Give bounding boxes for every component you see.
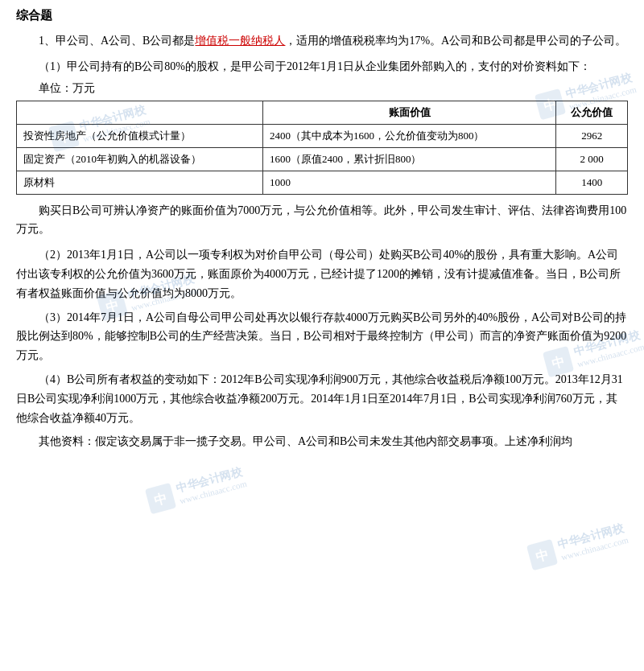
col-header-book: 账面价值 <box>262 101 555 124</box>
table-cell-label: 固定资产（2010年初购入的机器设备） <box>17 147 263 171</box>
table-cell-label: 投资性房地产（公允价值模式计量） <box>17 124 263 147</box>
paragraph-other: 其他资料：假定该交易属于非一揽子交易。甲公司、A公司和B公司未发生其他内部交易事… <box>16 432 628 451</box>
svg-rect-8 <box>145 483 176 514</box>
svg-rect-10 <box>526 539 558 570</box>
table-row: 投资性房地产（公允价值模式计量）2400（其中成本为1600，公允价值变动为80… <box>17 124 628 147</box>
paragraph-p3: （3）2014年7月1日，A公司自母公司甲公司处再次以银行存款4000万元购买B… <box>16 308 628 365</box>
paragraph-table-after: 购买日B公司可辨认净资产的账面价值为7000万元，与公允价值相等。此外，甲公司发… <box>16 201 628 240</box>
table-cell-label: 原材料 <box>17 171 263 194</box>
data-table: 账面价值 公允价值 投资性房地产（公允价值模式计量）2400（其中成本为1600… <box>16 101 628 195</box>
table-cell-book: 1000 <box>262 171 555 194</box>
paragraph-p2: （2）2013年1月1日，A公司以一项专利权为对价自甲公司（母公司）处购买B公司… <box>16 245 628 303</box>
svg-text:中: 中 <box>535 547 551 564</box>
unit-line: 单位：万元 <box>39 81 628 96</box>
paragraph-p1: （1）甲公司持有的B公司80%的股权，是甲公司于2012年1月1日从企业集团外部… <box>16 57 628 76</box>
table-cell-fair: 2962 <box>556 124 628 147</box>
paragraph-p4: （4）B公司所有者权益的变动如下：2012年B公司实现净利润900万元，其他综合… <box>16 370 628 427</box>
table-cell-book: 2400（其中成本为1600，公允价值变动为800） <box>262 124 555 147</box>
watermark-6: 中 中华会计网校 www.chinaacc.com <box>524 518 630 572</box>
table-row: 原材料10001400 <box>17 171 628 194</box>
col-header-fair: 公允价值 <box>556 101 628 124</box>
table-cell-book: 1600（原值2400，累计折旧800） <box>262 147 555 171</box>
table-row: 固定资产（2010年初购入的机器设备）1600（原值2400，累计折旧800）2… <box>17 147 628 171</box>
paragraph-intro: 1、甲公司、A公司、B公司都是增值税一般纳税人，适用的增值税税率均为17%。A公… <box>16 31 628 51</box>
table-cell-fair: 2 000 <box>556 147 628 171</box>
page-title: 综合题 <box>16 8 628 23</box>
highlight-text: 增值税一般纳税人 <box>195 35 285 47</box>
col-header-item <box>17 101 263 124</box>
svg-text:中: 中 <box>153 491 169 508</box>
watermark-5: 中 中华会计网校 www.chinaacc.com <box>142 462 248 516</box>
table-cell-fair: 1400 <box>556 171 628 194</box>
